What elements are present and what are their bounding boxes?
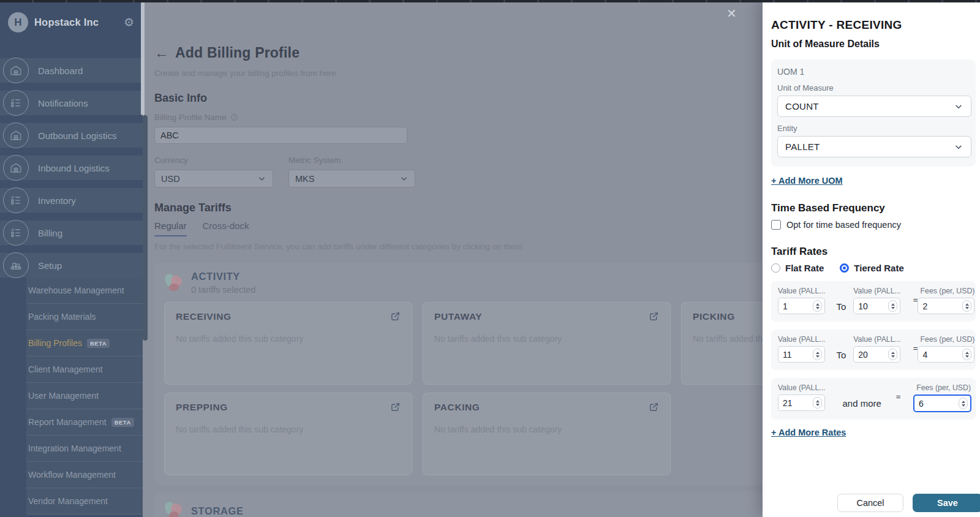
stepper-icon[interactable] [888,349,897,360]
modal-scrollbar[interactable] [143,115,148,341]
close-icon[interactable]: ✕ [726,7,737,20]
sidebar-item-workflow-management[interactable]: Workflow Management [26,462,143,488]
activity-category-title: ACTIVITY [191,271,255,282]
sidebar-item-user-management[interactable]: User Management [26,383,143,409]
page-title: Add Billing Profile [175,45,300,61]
checklist-icon [3,187,29,213]
to-connector: To [836,301,846,312]
warehouse-icon [3,123,29,148]
currency-select[interactable]: USD [154,170,273,187]
tier1-from-input[interactable]: 1 [778,298,825,314]
time-based-frequency-label: Opt for time based frequency [786,220,901,230]
sidebar-scrollbar[interactable] [141,2,145,115]
brand-logo: H [8,12,28,32]
sidebar-item-setup[interactable]: Setup [0,253,143,277]
sidebar-item-packing-materials[interactable]: Packing Materials [26,304,143,330]
stepper-icon[interactable] [813,300,822,312]
save-button[interactable]: Save [913,494,980,512]
tier3-from-input[interactable]: 21 [778,394,825,411]
uom-card: UOM 1 Unit of Measure COUNT Entity PALLE… [771,59,976,167]
subcategory-card-putaway[interactable]: PUTAWAY No tariffs added this sub catego… [423,302,671,385]
sidebar-item-dashboard[interactable]: Dashboard [0,58,143,83]
sidebar-item-outbound-logistics[interactable]: Outbound Logistics [0,123,143,148]
tier-row-2: Value (PALL... 11 To Value (PALL... 20 =… [771,330,976,370]
sidebar-item-vendor-management[interactable]: Vendor Management [26,488,143,515]
equals-sign: = [896,392,901,401]
sidebar-nav: Dashboard Notifications Outbound Logisti… [0,58,143,515]
and-more-connector: and more [842,398,881,409]
sidebar-item-label: Setup [38,260,62,271]
sidebar-item-inventory[interactable]: Inventory [0,188,143,213]
radio-icon[interactable] [771,263,780,273]
subcategory-card-receiving[interactable]: RECEIVING No tariffs added this sub cate… [164,302,412,385]
back-arrow-icon[interactable]: ← [154,46,168,60]
metric-system-select[interactable]: MKS [288,170,415,187]
stepper-icon[interactable] [962,300,971,312]
sidebar-item-notifications[interactable]: Notifications [0,91,143,115]
time-based-frequency-heading: Time Based Frequency [771,202,976,214]
tier1-to-input[interactable]: 10 [853,298,900,314]
unit-of-measure-select[interactable]: COUNT [777,96,971,117]
stepper-icon[interactable] [813,397,822,409]
stepper-icon[interactable] [888,300,897,312]
gear-icon[interactable]: ⚙ [124,17,134,28]
sidebar-item-billing[interactable]: Billing [0,221,143,245]
metric-system-field: Metric System MKS [288,156,415,187]
radio-checked-icon[interactable] [840,263,849,273]
tier2-fees-input[interactable]: 4 [918,346,974,363]
entity-select[interactable]: PALLET [777,136,971,157]
chevron-down-icon [257,174,266,183]
subcategory-card-prepping[interactable]: PREPPING No tariffs added this sub categ… [164,393,412,475]
sidebar-item-report-management[interactable]: Report Management BETA [26,409,143,436]
chevron-down-icon [954,142,963,152]
sidebar-item-client-management[interactable]: Client Management [26,357,143,383]
sidebar-item-label: Billing [38,228,62,238]
checklist-icon [3,220,29,246]
add-more-uom-link[interactable]: + Add More UOM [771,176,843,186]
empty-tariffs-text: No tariffs added this sub category [176,334,401,344]
chevron-down-icon [399,174,409,183]
sidebar-item-label: Inventory [38,195,76,206]
stepper-icon[interactable] [813,349,822,360]
beta-badge: BETA [111,418,134,427]
external-link-icon[interactable] [390,311,401,322]
tier3-fees-input[interactable]: 6 [913,394,971,412]
background-table-edge [0,0,980,2]
stepper-icon[interactable] [959,398,968,409]
tiered-rate-option[interactable]: Tiered Rate [840,263,903,273]
empty-tariffs-text: No tariffs added this sub category [176,425,401,434]
entity-label: Entity [777,124,971,133]
cancel-button[interactable]: Cancel [837,494,903,512]
activity-receiving-drawer: ACTIVITY - RECEIVING Unit of Measure Det… [763,0,980,517]
tier2-from-input[interactable]: 11 [778,346,825,363]
conveyor-icon [3,252,29,278]
sidebar-item-label: Dashboard [38,66,83,76]
sidebar-item-integration-management[interactable]: Integration Management [26,436,143,462]
flat-rate-option[interactable]: Flat Rate [771,263,824,273]
sidebar-item-warehouse-management[interactable]: Warehouse Management [26,277,143,304]
uom-group-label: UOM 1 [777,67,971,77]
sidebar-item-billing-profiles[interactable]: Billing Profiles BETA [26,330,143,357]
app-root: H Hopstack Inc ⚙ Dashboard Notifications [0,0,980,517]
external-link-icon[interactable] [390,402,401,412]
tier2-to-input[interactable]: 20 [853,346,900,363]
tab-regular[interactable]: Regular [154,221,187,236]
drawer-title: ACTIVITY - RECEIVING [771,18,976,32]
add-more-rates-link[interactable]: + Add More Rates [771,428,846,437]
sidebar-item-inbound-logistics[interactable]: Inbound Logistics [0,156,143,180]
tab-cross-dock[interactable]: Cross-dock [203,221,249,236]
time-based-frequency-checkbox[interactable] [771,220,781,230]
tier-row-1: Value (PALL... 1 To Value (PALL... 10 = … [771,281,976,322]
metric-system-label: Metric System [288,156,415,165]
subcategory-card-packing[interactable]: PACKING No tariffs added this sub catego… [423,393,671,475]
chevron-down-icon [954,102,963,111]
stepper-icon[interactable] [962,349,971,360]
brand-name: Hopstack Inc [34,17,124,28]
empty-tariffs-text: No tariffs added this sub category [434,334,659,344]
external-link-icon[interactable] [649,311,659,322]
billing-profile-name-input[interactable]: ABC [154,127,407,144]
info-icon [230,113,238,121]
external-link-icon[interactable] [649,402,659,412]
setup-subnav: Warehouse Management Packing Materials B… [26,277,143,515]
tier1-fees-input[interactable]: 2 [918,298,974,314]
